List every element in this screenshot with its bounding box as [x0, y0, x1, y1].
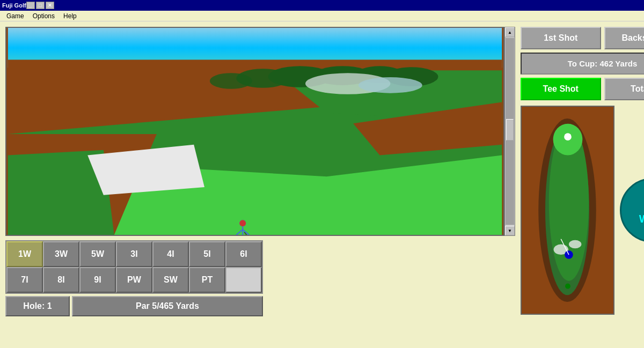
minimap: [521, 106, 614, 315]
menu-options[interactable]: Options: [28, 11, 59, 21]
controls-panel: 1W 3W 5W 3I 4I 5I 6I 7I 8I 9I PW SW PT: [5, 240, 515, 316]
titlebar: Fuji Golf _ □ ✕: [0, 0, 644, 11]
tee-shot-button[interactable]: Tee Shot: [521, 78, 601, 100]
viewport-area: ▲ ▼: [5, 27, 515, 236]
viewport-scrollbar[interactable]: ▲ ▼: [504, 27, 515, 236]
scroll-down-arrow[interactable]: ▼: [505, 226, 515, 235]
wind-label: Wind: [639, 213, 644, 225]
club-3w[interactable]: 3W: [43, 241, 79, 267]
scroll-track[interactable]: [506, 38, 514, 225]
menubar: Game Options Help: [0, 11, 644, 21]
main-layout: ▲ ▼ 1W 3W 5W 3I 4I 5I 6I: [0, 21, 644, 348]
club-pt[interactable]: PT: [189, 267, 225, 293]
club-5i[interactable]: 5I: [189, 241, 225, 267]
maximize-button[interactable]: □: [36, 2, 45, 9]
club-1w[interactable]: 1W: [6, 241, 43, 267]
shot-row-2: Tee Shot Total 0: [521, 78, 644, 100]
club-sw[interactable]: SW: [152, 267, 189, 293]
svg-point-23: [239, 220, 246, 226]
shot-row-1: 1st Shot Backswing: [521, 27, 644, 49]
menu-game[interactable]: Game: [2, 11, 28, 21]
backswing-button[interactable]: Backswing: [604, 27, 645, 49]
par-label: Par 5/465 Yards: [72, 296, 263, 316]
wind-indicator: ★ Wind: [620, 178, 644, 242]
total-button[interactable]: Total 0: [604, 78, 645, 100]
game-canvas: [5, 27, 504, 236]
club-4i[interactable]: 4I: [152, 241, 189, 267]
svg-point-36: [565, 284, 570, 289]
close-button[interactable]: ✕: [46, 2, 54, 9]
shot-controls: 1st Shot Backswing To Cup: 462 Yards Tee…: [521, 27, 644, 100]
club-9i[interactable]: 9I: [79, 267, 116, 293]
hole-label: Hole: 1: [5, 296, 70, 316]
minimize-button[interactable]: _: [26, 2, 35, 9]
club-grid: 1W 3W 5W 3I 4I 5I 6I 7I 8I 9I PW SW PT: [5, 240, 263, 294]
svg-point-31: [564, 133, 572, 140]
svg-point-16: [358, 77, 422, 93]
titlebar-title: Fuji Golf: [2, 2, 26, 9]
menu-help[interactable]: Help: [59, 11, 81, 21]
scroll-up-arrow[interactable]: ▲: [505, 27, 515, 37]
titlebar-controls: _ □ ✕: [26, 2, 54, 9]
club-5w[interactable]: 5W: [79, 241, 116, 267]
club-3i[interactable]: 3I: [116, 241, 152, 267]
first-shot-button[interactable]: 1st Shot: [521, 27, 601, 49]
svg-point-34: [565, 250, 573, 259]
svg-point-33: [569, 240, 581, 249]
scroll-thumb[interactable]: [506, 119, 514, 140]
hole-info: Hole: 1 Par 5/465 Yards: [5, 296, 263, 316]
club-7i[interactable]: 7I: [6, 267, 43, 293]
right-panel: 1st Shot Backswing To Cup: 462 Yards Tee…: [521, 27, 644, 343]
club-8i[interactable]: 8I: [43, 267, 79, 293]
left-column: ▲ ▼ 1W 3W 5W 3I 4I 5I 6I: [5, 27, 515, 343]
club-pw[interactable]: PW: [116, 267, 152, 293]
club-6i[interactable]: 6I: [225, 241, 262, 267]
club-section: 1W 3W 5W 3I 4I 5I 6I 7I 8I 9I PW SW PT: [5, 240, 263, 316]
shot-row-distance: To Cup: 462 Yards: [521, 53, 644, 75]
distance-bar: To Cup: 462 Yards: [521, 53, 644, 75]
club-empty: [225, 267, 262, 293]
